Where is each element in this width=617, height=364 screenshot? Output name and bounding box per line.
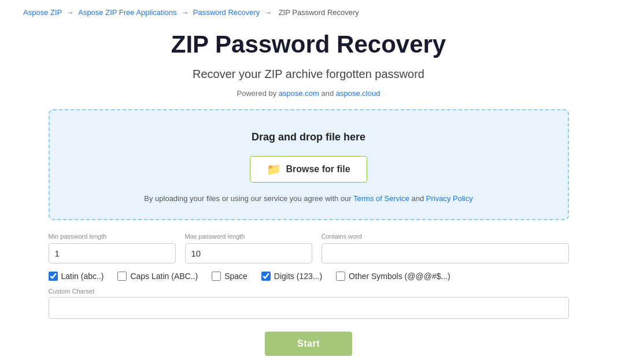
checkbox-space-label: Space (224, 272, 247, 281)
aspose-cloud-link[interactable]: aspose.cloud (336, 89, 380, 98)
start-button-wrapper: Start (49, 332, 569, 356)
breadcrumb: Aspose ZIP → Aspose ZIP Free Application… (0, 0, 617, 25)
page-title: ZIP Password Recovery (49, 31, 569, 58)
breadcrumb-link-free-apps[interactable]: Aspose ZIP Free Applications (78, 8, 176, 17)
breadcrumb-link-aspose-zip[interactable]: Aspose ZIP (23, 8, 62, 17)
checkbox-other-symbols-label: Other Symbols (@@@#$...) (349, 272, 450, 281)
custom-charset-group: Custom Charset (49, 288, 569, 319)
checkboxes-row: Latin (abc..) Caps Latin (ABC..) Space D… (49, 272, 569, 281)
custom-charset-label: Custom Charset (49, 288, 569, 295)
checkbox-space-input[interactable] (212, 272, 221, 281)
fields-row: Min password length Max password length … (49, 233, 569, 263)
min-password-input[interactable] (49, 243, 176, 263)
folder-icon: 📁 (267, 162, 281, 176)
breadcrumb-arrow-2: → (181, 8, 191, 17)
checkbox-caps-latin[interactable]: Caps Latin (ABC..) (117, 272, 198, 281)
terms-of-service-link[interactable]: Terms of Service (353, 194, 409, 203)
browse-for-file-button[interactable]: 📁 Browse for file (250, 156, 367, 183)
aspose-com-link[interactable]: aspose.com (279, 89, 319, 98)
breadcrumb-link-password-recovery[interactable]: Password Recovery (193, 8, 260, 17)
browse-button-label: Browse for file (286, 164, 350, 174)
checkbox-caps-latin-label: Caps Latin (ABC..) (130, 272, 198, 281)
checkbox-digits-label: Digits (123...) (274, 272, 322, 281)
drop-zone: Drag and drop file here 📁 Browse for fil… (49, 109, 569, 220)
max-password-group: Max password length (185, 233, 312, 263)
checkbox-caps-latin-input[interactable] (117, 272, 127, 281)
checkbox-digits-input[interactable] (261, 272, 271, 281)
drop-zone-title: Drag and drop file here (67, 131, 551, 143)
max-password-label: Max password length (185, 233, 312, 240)
privacy-policy-link[interactable]: Privacy Policy (426, 194, 473, 203)
and-text: and (319, 89, 336, 98)
custom-charset-input[interactable] (49, 297, 569, 319)
checkbox-latin-input[interactable] (49, 272, 58, 281)
upload-notice: By uploading your files or using our ser… (67, 194, 551, 203)
min-password-label: Min password length (49, 233, 176, 240)
contains-word-label: Contains word (322, 233, 569, 240)
powered-by: Powered by aspose.com and aspose.cloud (49, 89, 569, 98)
page-subtitle: Recover your ZIP archive forgotten passw… (49, 68, 569, 81)
breadcrumb-arrow-3: → (264, 8, 274, 17)
checkbox-other-symbols-input[interactable] (336, 272, 345, 281)
notice-text: By uploading your files or using our ser… (144, 194, 353, 203)
checkbox-space[interactable]: Space (212, 272, 247, 281)
contains-word-input[interactable] (322, 243, 569, 263)
powered-by-text: Powered by (237, 89, 279, 98)
breadcrumb-current: ZIP Password Recovery (279, 8, 359, 17)
min-password-group: Min password length (49, 233, 176, 263)
notice-and: and (409, 194, 426, 203)
start-button[interactable]: Start (265, 332, 352, 356)
checkbox-other-symbols[interactable]: Other Symbols (@@@#$...) (336, 272, 450, 281)
checkbox-latin-label: Latin (abc..) (61, 272, 104, 281)
contains-word-group: Contains word (322, 233, 569, 263)
checkbox-digits[interactable]: Digits (123...) (261, 272, 322, 281)
checkbox-latin[interactable]: Latin (abc..) (49, 272, 104, 281)
max-password-input[interactable] (185, 243, 312, 263)
main-content: ZIP Password Recovery Recover your ZIP a… (25, 31, 592, 356)
breadcrumb-arrow-1: → (66, 8, 76, 17)
